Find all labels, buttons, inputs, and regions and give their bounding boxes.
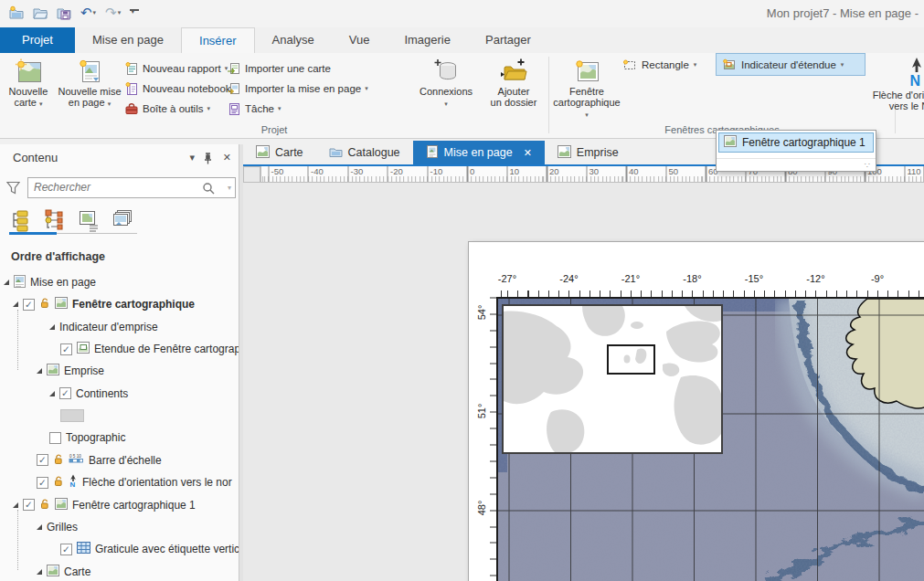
ribbon-tab-vue[interactable]: Vue	[332, 27, 388, 53]
import-layout-button[interactable]: Importer la mise en page▾	[227, 79, 368, 97]
rectangle-button[interactable]: Rectangle▾	[622, 56, 696, 74]
overview-inset-map[interactable]	[502, 304, 723, 454]
tree-item-topographic[interactable]: Topographic	[0, 427, 239, 449]
tree-item-mise-en-page[interactable]: Mise en page	[0, 271, 239, 293]
new-map-button[interactable]: Nouvelle carte ▾	[2, 55, 55, 135]
tree-item-graticule-avec-tiquette-vertica[interactable]: ✓Graticule avec étiquette vertica	[0, 538, 239, 560]
visibility-checkbox[interactable]: ✓	[60, 343, 72, 355]
map-frame-label-2: cartographique ▾	[552, 97, 621, 121]
view-tab-emprise[interactable]: Emprise	[545, 141, 632, 164]
pane-menu-icon[interactable]: ▾	[189, 152, 195, 164]
filter-icon[interactable]	[6, 181, 20, 195]
search-input[interactable]	[34, 181, 194, 194]
expander-icon[interactable]	[13, 502, 18, 508]
search-options-caret-icon[interactable]: ▾	[228, 184, 231, 192]
add-folder-button[interactable]: Ajouter un dossier	[483, 55, 545, 135]
close-pane-icon[interactable]: ✕	[223, 152, 231, 164]
search-icon[interactable]	[202, 182, 215, 195]
ruler-number: 0	[470, 166, 474, 176]
visibility-checkbox[interactable]: ✓	[37, 477, 48, 489]
map-frame-icon	[724, 135, 737, 150]
view-tab-catalogue[interactable]: Catalogue	[316, 141, 413, 164]
expander-icon[interactable]	[49, 324, 55, 330]
ribbon-tab-imagerie[interactable]: Imagerie	[387, 27, 468, 53]
expander-icon[interactable]	[13, 301, 18, 307]
ribbon-tab-mise-en-page[interactable]: Mise en page	[75, 27, 181, 53]
title-bar: ↶▾ ↷▾ Mon projet7 - Mise en page -	[0, 0, 924, 27]
latitude-label: 54°	[476, 299, 487, 326]
extent-icon	[77, 342, 90, 356]
view-mode-selected-indicator	[9, 232, 57, 235]
connections-button[interactable]: Connexions ▾	[411, 55, 481, 135]
ribbon-tab-insérer[interactable]: Insérer	[181, 27, 254, 53]
visibility-checkbox[interactable]	[49, 432, 61, 444]
tree-item-fen-tre-cartographique-1[interactable]: ✓Fenêtre cartographique 1	[0, 494, 239, 516]
visibility-checkbox[interactable]: ✓	[60, 544, 72, 555]
toolbox-button[interactable]: Boîte à outils▾	[124, 100, 210, 117]
expander-icon[interactable]	[37, 524, 42, 530]
tree-item-label: Fenêtre cartographique 1	[72, 499, 196, 512]
view-tab-carte[interactable]: Carte	[243, 141, 316, 164]
ruler-number: 30	[589, 166, 600, 176]
list-by-labeling-icon[interactable]	[111, 208, 134, 232]
task-button[interactable]: Tâche▾	[227, 100, 281, 117]
tree-item-fen-tre-cartographique[interactable]: ✓Fenêtre cartographique	[0, 293, 239, 315]
new-layout-label-1: Nouvelle mise	[57, 86, 122, 97]
open-project-button[interactable]	[31, 5, 49, 21]
visibility-checkbox[interactable]: ✓	[23, 299, 35, 311]
undo-button[interactable]: ↶▾	[79, 5, 98, 20]
redo-button[interactable]: ↷▾	[103, 5, 122, 20]
extent-indicator-button[interactable]: Indicateur d'étendue▾	[716, 53, 866, 76]
expander-icon[interactable]	[49, 391, 55, 396]
pin-icon[interactable]	[203, 153, 213, 164]
import-map-button[interactable]: Importer une carte	[227, 59, 331, 77]
fill-symbol-swatch[interactable]	[60, 409, 84, 422]
map-frame-button[interactable]: Fenêtre cartographique ▾	[552, 55, 621, 135]
tree-item-emprise[interactable]: Emprise	[0, 360, 239, 382]
tree-item-etendue-de-fen-tre-cartograph[interactable]: ✓Etendue de Fenêtre cartograph	[0, 338, 239, 360]
extent-rectangle[interactable]	[607, 344, 655, 375]
tree-item-indicateur-d-emprise[interactable]: Indicateur d'emprise	[0, 316, 239, 338]
ribbon-tab-projet[interactable]: Projet	[0, 27, 75, 53]
ribbon-tab-analyse[interactable]: Analyse	[255, 27, 332, 53]
latitude-label: 48°	[476, 494, 487, 522]
customize-qat-button[interactable]	[128, 8, 141, 17]
map-frame-icon	[55, 297, 68, 312]
new-notebook-button[interactable]: Nouveau notebook▾	[124, 79, 238, 97]
visibility-checkbox[interactable]: ✓	[37, 454, 48, 466]
connections-label: Connexions	[411, 86, 481, 97]
visibility-checkbox[interactable]: ✓	[23, 499, 35, 511]
new-report-button[interactable]: Nouveau rapport▾	[124, 59, 228, 77]
expander-icon[interactable]	[37, 368, 42, 374]
list-by-drawing-order-icon[interactable]	[9, 208, 33, 232]
new-report-icon	[124, 61, 139, 76]
legend-swatch-row[interactable]	[0, 405, 239, 427]
pane-divider[interactable]	[239, 144, 243, 581]
dropdown-item[interactable]: Fenêtre cartographique 1	[718, 132, 874, 153]
north-arrow-button[interactable]: N Flèche d'orientation vers le Nord	[859, 55, 924, 135]
expander-icon[interactable]	[4, 280, 9, 285]
expander-icon[interactable]	[37, 569, 42, 575]
new-layout-button[interactable]: Nouvelle mise en page ▾	[57, 55, 122, 135]
visibility-checkbox[interactable]: ✓	[59, 387, 71, 399]
layout-canvas[interactable]: -27°-24°-21°-18°-15°-12°-9° 54°51°48°	[243, 183, 924, 581]
tree-item-label: Topographic	[66, 431, 125, 444]
undo-icon: ↶	[80, 6, 92, 19]
ribbon-tab-partager[interactable]: Partager	[468, 27, 548, 53]
toolbox-icon	[124, 101, 139, 116]
redo-caret-icon[interactable]: ▾	[118, 9, 122, 16]
list-by-data-source-icon[interactable]	[43, 208, 67, 232]
save-project-button[interactable]	[55, 5, 73, 21]
undo-caret-icon[interactable]: ▾	[93, 9, 97, 16]
view-tab-mise-en-page[interactable]: Mise en page✕	[413, 141, 545, 164]
dropdown-resize-grip[interactable]: ⸪	[865, 161, 874, 170]
tree-item-carte[interactable]: Carte	[0, 561, 239, 581]
tree-item-grilles[interactable]: Grilles	[0, 516, 239, 538]
tree-item-fl-che-d-orientation-vers-le-nor[interactable]: ✓NFlèche d'orientation vers le nor	[0, 471, 239, 493]
close-tab-icon[interactable]: ✕	[524, 147, 532, 159]
list-by-editing-icon[interactable]	[77, 208, 101, 232]
tree-item-continents[interactable]: ✓Continents	[0, 383, 239, 405]
customize-qat-icon	[130, 9, 139, 16]
new-project-button[interactable]	[7, 5, 26, 21]
tree-item-barre-d-chelle[interactable]: ✓0 5 10Barre d'échelle	[0, 449, 239, 471]
